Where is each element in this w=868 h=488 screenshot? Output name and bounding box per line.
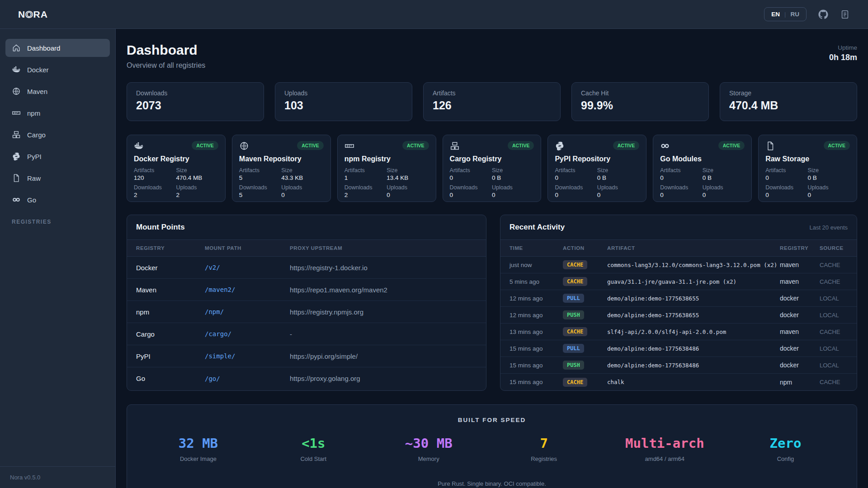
activity-artifact: demo/alpine:demo-1775638486 — [607, 345, 780, 352]
mount-path-link[interactable]: /maven2/ — [205, 286, 290, 293]
main-content: Dashboard Overview of all registries Upt… — [116, 29, 868, 488]
size-label: Size — [176, 167, 218, 174]
size-label: Size — [808, 167, 850, 174]
sidebar-item-pypi[interactable]: PyPI — [5, 147, 110, 165]
mount-registry: npm — [136, 308, 205, 316]
sidebar-item-npm[interactable]: npm — [5, 104, 110, 122]
mount-upstream: - — [290, 330, 477, 338]
uploads-label: Uploads — [492, 184, 534, 191]
go-icon — [660, 141, 670, 151]
sidebar-section-label: REGISTRIES — [0, 209, 115, 225]
stats-row: Downloads 2073 Uploads 103 Artifacts 126… — [127, 82, 857, 121]
col-artifact: ARTIFACT — [607, 245, 780, 251]
activity-time: 12 mins ago — [509, 312, 563, 319]
sidebar-item-dashboard[interactable]: Dashboard — [5, 39, 110, 57]
stat-label: Storage — [729, 89, 848, 97]
speed-stat-label: Config — [752, 455, 820, 462]
mount-registry: Docker — [136, 264, 205, 272]
artifacts-value: 0 — [765, 174, 807, 181]
uploads-value: 0 — [703, 192, 745, 198]
uploads-value: 0 — [597, 192, 639, 198]
activity-registry: maven — [780, 328, 820, 335]
downloads-label: Downloads — [450, 184, 492, 191]
downloads-label: Downloads — [134, 184, 176, 191]
status-badge: ACTIVE — [192, 141, 218, 150]
python-icon — [555, 141, 565, 151]
activity-artifact: demo/alpine:demo-1775638655 — [607, 295, 780, 302]
docs-icon[interactable] — [840, 9, 850, 19]
size-label: Size — [703, 167, 745, 174]
lang-ru-button[interactable]: RU — [791, 11, 800, 18]
file-icon — [12, 174, 21, 183]
col-registry: REGISTRY — [136, 245, 205, 251]
artifacts-label: Artifacts — [344, 167, 387, 174]
page-subtitle: Overview of all registries — [127, 61, 205, 70]
artifacts-label: Artifacts — [134, 167, 176, 174]
activity-registry: docker — [780, 361, 820, 369]
uploads-label: Uploads — [387, 184, 429, 191]
app-version: Nora v0.5.0 — [0, 466, 115, 488]
globe-icon — [12, 87, 21, 96]
activity-source: CACHE — [820, 278, 848, 285]
speed-stat-label: Cold Start — [279, 455, 347, 462]
downloads-label: Downloads — [660, 184, 702, 191]
sidebar-item-docker[interactable]: Docker — [5, 61, 110, 79]
boxes-icon — [12, 130, 21, 139]
action-badge: CACHE — [563, 327, 587, 336]
speed-stat-value: Multi-arch — [625, 436, 704, 451]
activity-time: 15 mins ago — [509, 345, 563, 352]
mount-path-link[interactable]: /go/ — [205, 375, 290, 382]
status-badge: ACTIVE — [718, 141, 745, 150]
mount-path-link[interactable]: /v2/ — [205, 264, 290, 271]
speed-stat-label: Memory — [395, 455, 462, 462]
home-icon — [12, 43, 21, 52]
lang-en-button[interactable]: EN — [771, 11, 780, 18]
stat-label: Downloads — [136, 89, 255, 97]
speed-stat-label: Registries — [510, 455, 578, 462]
mount-point-row: Cargo /cargo/ - — [127, 323, 486, 345]
activity-row: 5 mins ago CACHE guava/31.1-jre/guava-31… — [500, 273, 857, 290]
sidebar-item-label: Docker — [27, 66, 49, 74]
sidebar-item-cargo[interactable]: Cargo — [5, 126, 110, 144]
sidebar-item-maven[interactable]: Maven — [5, 82, 110, 100]
mount-path-link[interactable]: /npm/ — [205, 308, 290, 315]
mount-upstream: https://pypi.org/simple/ — [290, 352, 477, 360]
activity-registry: maven — [780, 278, 820, 285]
uptime: Uptime 0h 18m — [829, 44, 857, 62]
activity-row: 12 mins ago PUSH demo/alpine:demo-177563… — [500, 307, 857, 324]
registry-card-title: Go Modules — [660, 155, 745, 163]
downloads-value: 0 — [660, 192, 702, 198]
mount-path-link[interactable]: /cargo/ — [205, 330, 290, 338]
artifacts-label: Artifacts — [660, 167, 702, 174]
artifacts-value: 0 — [660, 174, 702, 181]
downloads-value: 2 — [344, 192, 387, 198]
speed-stat: ~30 MB Memory — [395, 436, 462, 462]
go-icon — [12, 195, 21, 204]
mount-points-title: Mount Points — [136, 223, 185, 232]
sidebar-item-raw[interactable]: Raw — [5, 169, 110, 187]
github-icon[interactable] — [818, 9, 828, 19]
stat-card: Uploads 103 — [275, 82, 412, 121]
uploads-label: Uploads — [176, 184, 218, 191]
status-badge: ACTIVE — [613, 141, 640, 150]
downloads-value: 0 — [450, 192, 492, 198]
logo[interactable]: NORA — [18, 9, 48, 20]
language-toggle: EN | RU — [764, 7, 807, 21]
artifacts-label: Artifacts — [239, 167, 281, 174]
activity-source: CACHE — [820, 379, 848, 385]
stat-value: 126 — [433, 99, 551, 112]
activity-artifact: commons-lang3/3.12.0/commons-lang3-3.12.… — [607, 262, 780, 268]
downloads-label: Downloads — [344, 184, 387, 191]
activity-source: LOCAL — [820, 312, 848, 319]
uploads-value: 0 — [808, 192, 850, 198]
activity-artifact: slf4j-api/2.0.0/slf4j-api-2.0.0.pom — [607, 328, 780, 335]
mount-path-link[interactable]: /simple/ — [205, 352, 290, 360]
status-badge: ACTIVE — [824, 141, 850, 150]
sidebar-item-go[interactable]: Go — [5, 191, 110, 209]
mount-registry: Maven — [136, 286, 205, 294]
uploads-label: Uploads — [808, 184, 850, 191]
registry-card: ACTIVE Cargo Registry Artifacts 0 Size 0… — [443, 135, 542, 202]
stat-value: 103 — [284, 99, 403, 112]
speed-stat-value: <1s — [279, 436, 347, 451]
size-label: Size — [492, 167, 534, 174]
